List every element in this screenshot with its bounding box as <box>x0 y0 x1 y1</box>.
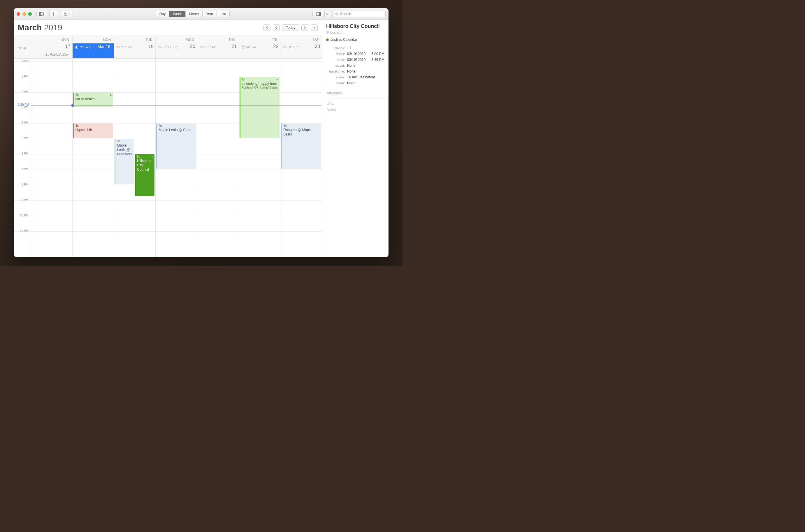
day-columns: 2pcar to dealer▲4psignal shift 5pMaple L… <box>14 59 322 257</box>
repeat-value[interactable]: None <box>347 63 385 68</box>
day-col-sat[interactable]: 4pRangers @ Maple Leafs <box>280 59 322 257</box>
inspector-toggle-button[interactable] <box>313 11 324 17</box>
inbox-count: 1 <box>68 12 70 16</box>
current-time-label: 2:50 PM <box>14 103 31 106</box>
weather-2: 71°/45° <box>116 45 133 49</box>
allday-cell-fri[interactable]: 54°/44°22 <box>239 43 280 52</box>
inspector-menu-button[interactable] <box>324 11 330 17</box>
view-switcher: DayWeekMonthYearList <box>156 11 230 17</box>
weekday-header-row: SUN MON TUE WED THU FRI SAT <box>14 36 322 43</box>
day-col-wed[interactable]: 4pMaple Leafs @ Sabres <box>155 59 197 257</box>
event-title: Hillsboro City Council <box>137 159 153 172</box>
event[interactable]: 4psignal shift <box>73 123 113 138</box>
ends-date[interactable]: 03/19/ 2019 <box>347 58 368 62</box>
calendar-color-dot <box>326 38 329 41</box>
chevron-left-icon <box>275 26 278 29</box>
alarm-icon: ▲ <box>110 93 112 96</box>
weather-6: 59°/37° <box>282 45 299 49</box>
add-event-button[interactable] <box>49 11 58 17</box>
notes-field[interactable]: Notes <box>326 108 385 112</box>
toolbar: 1 DayWeekMonthYearList <box>14 8 389 20</box>
event-time: 2p <box>75 93 112 97</box>
allday-cell-tue[interactable]: 71°/45°19 <box>114 43 155 52</box>
attendees-field[interactable]: Attendees <box>326 91 385 95</box>
close-button[interactable] <box>17 12 20 16</box>
allday-cell-thu[interactable]: 61°/43°21 <box>197 43 239 52</box>
event-inspector: Hillsboro City Council Location Justin's… <box>322 20 389 257</box>
date-number: 17 <box>65 44 71 49</box>
allday-cell-sat[interactable]: 59°/37°23 <box>280 43 322 52</box>
view-month[interactable]: Month <box>185 11 202 17</box>
sidebar-icon <box>39 12 44 16</box>
date-number: 21 <box>232 44 237 49</box>
url-field[interactable]: URL <box>326 101 385 106</box>
search-field[interactable] <box>333 11 386 17</box>
allday-cell-wed[interactable]: 70°/46°20 <box>155 43 197 52</box>
today-button[interactable]: Today <box>282 24 299 31</box>
day-col-thu[interactable] <box>197 59 239 257</box>
event-time: 4p <box>75 124 112 128</box>
svg-rect-3 <box>319 12 321 16</box>
current-time-dot <box>71 104 73 107</box>
window-controls <box>17 12 32 16</box>
event-time: 4p <box>158 124 195 128</box>
calendar-name: Justin's Calendar <box>331 38 357 42</box>
ends-key: ends: <box>326 58 347 61</box>
chevron-down-icon <box>326 13 329 15</box>
next-week-outer-button[interactable] <box>311 24 318 31</box>
starts-date[interactable]: 03/19/ 2019 <box>347 52 368 56</box>
next-week-button[interactable] <box>301 24 308 31</box>
day-col-fri[interactable]: 1pcoworking/ happy hourPortland, OR, Uni… <box>239 59 280 257</box>
allday-label: all-day <box>14 43 31 52</box>
alarm1-value[interactable]: 10 minutes before <box>347 75 385 79</box>
event[interactable]: 4pMaple Leafs @ Sabres <box>156 123 196 169</box>
minimize-button[interactable] <box>22 12 26 16</box>
alarm2-value[interactable]: None <box>347 81 385 85</box>
svg-point-5 <box>75 46 77 48</box>
inspector-calendar[interactable]: Justin's Calendar <box>326 38 385 42</box>
view-year[interactable]: Year <box>202 11 217 17</box>
view-list[interactable]: List <box>217 11 229 17</box>
month-header: March 2019 Today <box>14 20 322 36</box>
weekday-fri: FRI <box>239 36 280 43</box>
day-col-tue[interactable]: 5pMaple Leafs @ Predators6pHillsboro Cit… <box>114 59 155 257</box>
event[interactable]: 6pHillsboro City Council▲ <box>135 154 154 196</box>
prev-week-button[interactable] <box>273 24 280 31</box>
event-title: Maple Leafs @ Sabres <box>158 128 195 132</box>
allday-area: all-day 17 71°/45°18Mar 18 71°/45°19 70°… <box>14 43 322 59</box>
search-input[interactable] <box>339 12 383 16</box>
inspector-title[interactable]: Hillsboro City Council <box>326 23 385 30</box>
prev-week-outer-button[interactable] <box>263 24 270 31</box>
date-number: 19 <box>148 44 154 49</box>
holiday-cell: St. Patrick's Day <box>31 52 72 58</box>
weekday-mon: MON <box>72 36 114 43</box>
event-time: 1p <box>242 78 278 81</box>
allday-cell-mon[interactable]: 71°/45°18Mar 18 <box>72 43 114 52</box>
weather-1: 71°/45° <box>74 45 91 49</box>
inbox-button[interactable]: 1 <box>61 11 73 17</box>
today-label: Today <box>286 26 295 30</box>
hours-grid[interactable]: noon1 PM2 PM3 PM4 PM5 PM6 PM7 PM8 PM9 PM… <box>14 59 322 257</box>
event[interactable]: 4pRangers @ Maple Leafs <box>281 123 321 169</box>
allday-checkbox[interactable] <box>347 46 351 49</box>
day-col-mon[interactable]: 2pcar to dealer▲4psignal shift <box>72 59 114 257</box>
travel-value[interactable]: None <box>347 69 385 73</box>
event-title: car to dealer <box>75 97 112 101</box>
ends-time[interactable]: 8:45 PM <box>368 58 385 62</box>
day-col-sun[interactable] <box>31 59 72 257</box>
zoom-button[interactable] <box>28 12 32 16</box>
starts-time[interactable]: 6:00 PM <box>368 52 385 56</box>
inspector-location[interactable]: Location <box>326 31 385 35</box>
panel-right-icon <box>316 12 321 16</box>
month-name: March <box>18 23 42 32</box>
event[interactable]: 5pMaple Leafs @ Predators <box>115 139 133 185</box>
view-day[interactable]: Day <box>156 11 169 17</box>
sidebar-toggle-button[interactable] <box>36 11 46 17</box>
event[interactable]: 1pcoworking/ happy hourPortland, OR, Uni… <box>240 77 280 138</box>
allday-key: all-day: <box>326 46 347 50</box>
weekday-thu: THU <box>197 36 239 43</box>
starts-key: starts: <box>326 52 347 56</box>
search-icon <box>335 12 338 16</box>
view-week[interactable]: Week <box>169 11 185 17</box>
allday-cell-sun[interactable]: 17 <box>31 43 72 52</box>
